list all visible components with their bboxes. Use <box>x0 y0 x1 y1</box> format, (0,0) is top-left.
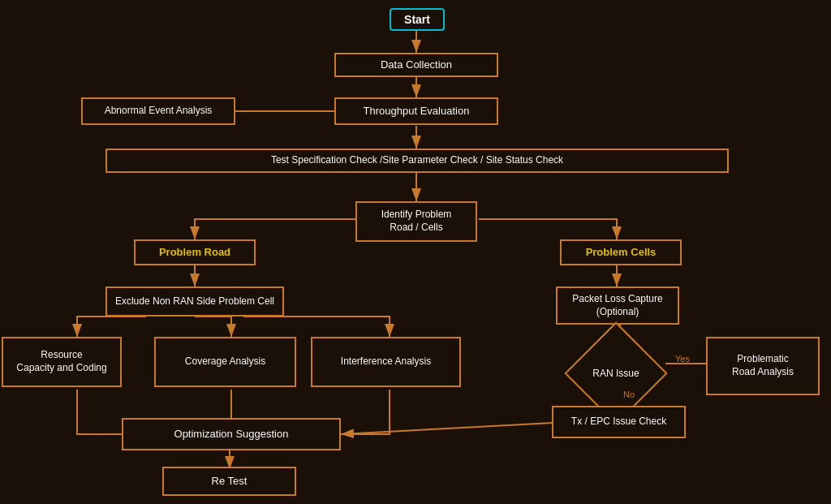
re-test-node: Re Test <box>162 467 296 496</box>
identify-problem-node: Identify Problem Road / Cells <box>355 201 477 242</box>
start-node: Start <box>390 8 445 31</box>
abnormal-event-node: Abnormal Event Analysis <box>81 97 235 125</box>
coverage-analysis-node: Coverage Analysis <box>154 337 296 387</box>
problematic-road-node: Problematic Road Analysis <box>706 337 820 395</box>
yes-label: Yes <box>675 354 690 364</box>
data-collection-node: Data Collection <box>334 53 498 77</box>
problem-cells-node: Problem Cells <box>560 239 682 265</box>
test-spec-node: Test Specification Check /Site Parameter… <box>105 149 729 173</box>
problem-road-node: Problem Road <box>134 239 256 265</box>
optimization-node: Optimization Suggestion <box>122 418 341 450</box>
ran-issue-diamond: RAN Issue <box>579 337 652 410</box>
no-label: No <box>623 390 635 399</box>
packet-loss-node: Packet Loss Capture (Optional) <box>556 286 679 325</box>
throughput-node: Throughput Evaluation <box>334 97 498 125</box>
interference-node: Interference Analysis <box>311 337 461 387</box>
exclude-non-ran-node: Exclude Non RAN Side Problem Cell <box>105 286 284 317</box>
resource-capacity-node: Resource Capacity and Coding <box>2 337 122 387</box>
flowchart: Start Data Collection Abnormal Event Ana… <box>0 0 831 504</box>
tx-epc-node: Tx / EPC Issue Check <box>552 406 686 438</box>
